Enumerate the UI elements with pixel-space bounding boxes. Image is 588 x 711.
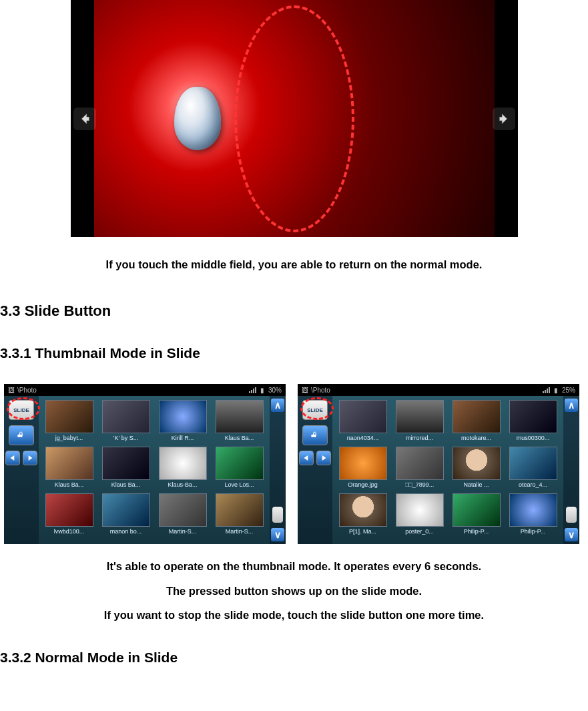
thumbnail-item[interactable]: Klaus Ba...	[212, 400, 267, 445]
next-icon	[318, 453, 329, 463]
thumbnail-item[interactable]: manon bo...	[98, 493, 154, 539]
thumbnail-label: 'K' by S...	[113, 435, 138, 441]
status-bar: 🖼 \Photo ▮ 30%	[4, 384, 286, 396]
thumbnail-label: mirrored...	[406, 435, 433, 441]
thumbnail-image	[339, 400, 387, 433]
next-button[interactable]	[493, 107, 515, 130]
thumbnail-image	[159, 447, 207, 480]
thumbnail-image	[509, 447, 557, 480]
thumbnail-item[interactable]: Martin-S...	[155, 493, 210, 539]
slide-button[interactable]: SLIDE	[302, 400, 328, 420]
battery-icon: ▮	[554, 387, 558, 394]
prev-tool-button[interactable]	[5, 451, 20, 465]
thumbnail-item[interactable]: Philip-P...	[449, 493, 504, 539]
thumbnail-item[interactable]: Kirill R...	[155, 400, 210, 445]
app-title: \Photo	[17, 387, 37, 394]
thumbnail-label: lvwbd100...	[54, 528, 85, 535]
scroll-track[interactable]	[272, 412, 283, 528]
thumbnail-label: manon bo...	[110, 528, 142, 535]
next-tool-button[interactable]	[316, 451, 331, 465]
thumbnail-image	[509, 493, 557, 527]
arrow-right-icon	[497, 111, 511, 126]
thumbnail-item[interactable]: jg_babyt...	[41, 400, 97, 445]
thumbnail-image	[453, 493, 501, 527]
thumbnail-item[interactable]: Orange.jpg	[335, 447, 390, 492]
photo-viewer	[71, 0, 518, 237]
prev-icon	[301, 453, 312, 463]
thumbnail-label: naon4034...	[347, 435, 379, 441]
next-tool-button[interactable]	[23, 451, 37, 465]
scroll-thumb[interactable]	[272, 507, 283, 523]
thumbnail-image	[396, 400, 444, 433]
thumbnail-item[interactable]: poster_0...	[392, 493, 447, 539]
scroll-up-button[interactable]: ∧	[271, 399, 284, 412]
thumbnail-panel-right: 🖼 \Photo ▮ 25% SLIDE	[298, 384, 579, 544]
battery-icon: ▮	[260, 387, 264, 394]
music-button[interactable]	[302, 425, 328, 445]
signal-icon	[543, 387, 550, 393]
thumbnail-label: P[1]. Ma...	[349, 528, 376, 535]
battery-percent: 30%	[268, 387, 282, 394]
thumbnail-label: mus00300...	[517, 435, 550, 441]
thumbnail-label: □□_7899...	[405, 481, 434, 488]
thumbnail-item[interactable]: lvwbd100...	[41, 493, 97, 539]
thumbnail-item[interactable]: 'K' by S...	[98, 400, 154, 445]
thumbnail-item[interactable]: Love Los...	[212, 447, 267, 492]
thumbnail-label: Klaus Ba...	[55, 481, 84, 488]
thumbnail-item[interactable]: Klaus Ba...	[98, 447, 154, 492]
scroll-thumb[interactable]	[566, 507, 577, 523]
thumbnail-item[interactable]: naon4034...	[335, 400, 390, 445]
thumb-caption-line1: It's able to operate on the thumbnail mo…	[0, 557, 588, 575]
thumbnail-image	[159, 493, 207, 527]
thumbnail-item[interactable]: Klaus-Ba...	[155, 447, 210, 492]
thumbnail-item[interactable]: Philip-P...	[505, 493, 561, 539]
thumbnail-image	[453, 400, 501, 433]
heading-slide-button: 3.3 Slide Button	[0, 302, 588, 320]
thumbnail-item[interactable]: Martin-S...	[212, 493, 267, 539]
music-button[interactable]	[9, 425, 34, 445]
scroll-down-button[interactable]: ∨	[271, 528, 284, 541]
scroll-up-button[interactable]: ∧	[565, 399, 578, 412]
prev-tool-button[interactable]	[299, 451, 314, 465]
thumbnail-label: Klaus Ba...	[111, 481, 141, 488]
thumbnail-image	[396, 493, 444, 527]
slide-button-label: SLIDE	[13, 407, 29, 413]
thumbnail-image	[216, 447, 264, 480]
thumbnail-item[interactable]: mus00300...	[505, 400, 561, 445]
thumbnail-image	[453, 447, 501, 480]
thumbnail-item[interactable]: motokare...	[449, 400, 504, 445]
thumbnail-item[interactable]: otearo_4...	[505, 447, 561, 492]
thumb-caption-line3: If you want to stop the slide mode, touc…	[0, 606, 588, 624]
next-icon	[25, 453, 35, 463]
thumbnail-image	[216, 400, 264, 433]
scroll-track[interactable]	[566, 412, 577, 528]
arrow-left-icon	[77, 111, 92, 126]
thumbnail-item[interactable]: mirrored...	[392, 400, 447, 445]
water-droplet	[174, 87, 221, 150]
slide-button[interactable]: SLIDE	[9, 400, 34, 420]
folder-icon: 🖼	[302, 387, 308, 394]
status-bar: 🖼 \Photo ▮ 25%	[298, 384, 579, 396]
thumbnail-panels-row: 🖼 \Photo ▮ 30% SLIDE	[0, 384, 588, 544]
thumbnail-label: jg_babyt...	[55, 435, 83, 441]
slide-button-label: SLIDE	[307, 407, 323, 413]
thumbnail-label: Kirill R...	[172, 435, 194, 441]
prev-icon	[7, 453, 18, 463]
thumbnail-label: Natalie ...	[463, 481, 489, 488]
scroll-down-button[interactable]: ∨	[565, 528, 578, 541]
thumbnail-label: otearo_4...	[519, 481, 547, 488]
thumbnail-image	[509, 400, 557, 433]
scrollbar: ∧ ∨	[270, 396, 286, 544]
thumbnail-item[interactable]: □□_7899...	[392, 447, 447, 492]
thumbnail-label: Klaus Ba...	[225, 435, 254, 441]
thumbnail-image	[45, 400, 93, 433]
thumbnail-label: Klaus-Ba...	[168, 481, 197, 488]
music-note-icon	[310, 431, 320, 440]
prev-button[interactable]	[73, 107, 96, 130]
heading-normal-mode: 3.3.2 Normal Mode in Slide	[0, 650, 588, 666]
thumbnail-image	[159, 400, 207, 433]
thumbnail-item[interactable]: P[1]. Ma...	[335, 493, 390, 539]
thumbnail-item[interactable]: Klaus Ba...	[41, 447, 97, 492]
thumbnail-image	[45, 493, 93, 527]
thumbnail-item[interactable]: Natalie ...	[449, 447, 504, 492]
